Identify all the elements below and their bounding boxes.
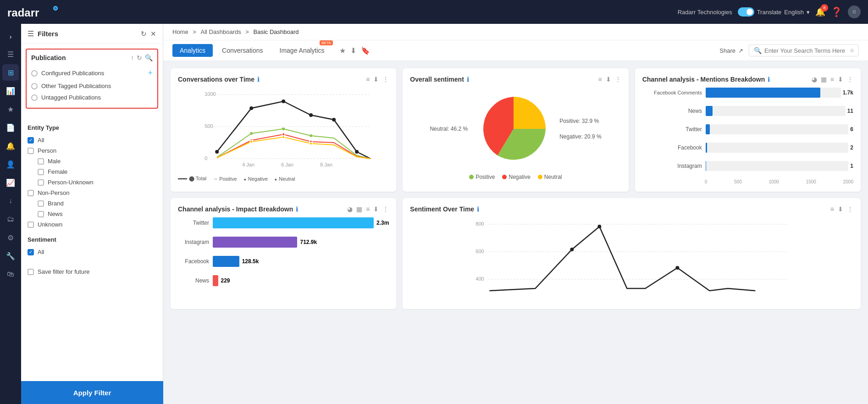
cm-instagram-bar-inner: 1 — [706, 161, 853, 171]
save-filter-label: Save filter for future — [38, 268, 89, 275]
sidebar-item-alert[interactable]: 🔔 — [2, 138, 19, 154]
sot-download-icon[interactable]: ⬇ — [838, 205, 843, 213]
cot-info-icon[interactable]: ℹ — [257, 76, 260, 83]
ci-pie-icon[interactable]: ◕ — [347, 205, 353, 213]
sidebar-item-docs[interactable]: 📄 — [2, 119, 19, 136]
sot-info-icon[interactable]: ℹ — [477, 205, 479, 213]
star-tab-icon[interactable]: ★ — [339, 46, 346, 55]
svg-point-21 — [250, 140, 253, 143]
search-input[interactable] — [764, 47, 847, 54]
cm-bar-row-news: News 11 — [642, 106, 853, 116]
cm-info-icon[interactable]: ℹ — [768, 76, 770, 83]
avatar-label: R — [852, 10, 856, 15]
filter-list-icon[interactable]: ≡ — [850, 47, 854, 54]
ci-more-icon[interactable]: ⋮ — [382, 205, 389, 213]
ci-title-row: Channel analysis - Impact Breakdown ℹ — [178, 205, 298, 213]
filter-close-icon[interactable]: ✕ — [150, 30, 156, 38]
search-bar[interactable]: 🔍 ≡ — [749, 44, 859, 56]
os-download-icon[interactable]: ⬇ — [606, 76, 611, 83]
notification-badge[interactable]: 🔔 8 — [815, 7, 825, 17]
sot-more-icon[interactable]: ⋮ — [847, 205, 853, 213]
ci-bar-icon[interactable]: ▦ — [356, 205, 362, 213]
radio-untagged[interactable] — [31, 94, 38, 101]
pub-refresh-icon[interactable]: ↻ — [137, 54, 142, 61]
share-icon: ↗ — [738, 47, 743, 54]
download-tab-icon[interactable]: ⬇ — [350, 46, 356, 55]
checkbox-male[interactable] — [38, 158, 44, 165]
os-list-icon[interactable]: ≡ — [598, 76, 602, 83]
pub-add-configured[interactable]: + — [148, 68, 153, 78]
cot-list-icon[interactable]: ≡ — [366, 76, 370, 83]
cm-more-icon[interactable]: ⋮ — [847, 76, 853, 83]
breadcrumb-all-dashboards[interactable]: All Dashboards — [201, 28, 241, 35]
checkbox-unknown[interactable] — [28, 221, 34, 228]
pub-up-icon[interactable]: ↑ — [131, 54, 134, 61]
checkbox-sentiment-all[interactable]: ✓ — [28, 249, 34, 255]
entity-person-unknown: Person-Unknown — [28, 177, 156, 188]
ci-info-icon[interactable]: ℹ — [296, 205, 298, 213]
breadcrumb-home[interactable]: Home — [172, 28, 188, 35]
checkbox-save-filter[interactable] — [28, 269, 34, 275]
checkbox-brand[interactable] — [38, 200, 44, 207]
checkbox-news[interactable] — [38, 211, 44, 217]
filter-panel: ☰ Filters ↻ ✕ Publication ↑ ↻ 🔍 — [21, 24, 163, 404]
filter-menu-icon: ☰ — [28, 29, 34, 38]
translate-switch[interactable] — [738, 7, 754, 17]
pub-search-icon[interactable]: 🔍 — [145, 54, 153, 61]
sot-list-icon[interactable]: ≡ — [830, 205, 834, 213]
topnav-right: Radarr Technologies Translate English ▾ … — [678, 6, 861, 18]
expand-sidebar-button[interactable]: › — [6, 29, 16, 44]
cm-download-icon[interactable]: ⬇ — [838, 76, 843, 83]
checkbox-person[interactable] — [28, 148, 34, 154]
ci-download-icon[interactable]: ⬇ — [373, 205, 379, 213]
tab-conversations[interactable]: Conversations — [215, 44, 271, 57]
apply-filter-button[interactable]: Apply Filter — [21, 381, 163, 404]
sidebar-item-settings2[interactable]: ⚙ — [2, 229, 19, 246]
sidebar-item-report[interactable]: 🗂 — [2, 211, 19, 227]
filter-refresh-icon[interactable]: ↻ — [141, 30, 147, 38]
checkbox-entity-all[interactable]: ✓ — [28, 137, 34, 144]
cot-more-icon[interactable]: ⋮ — [382, 76, 389, 83]
sidebar-item-gear[interactable]: 🔧 — [2, 248, 19, 264]
help-icon[interactable]: ❓ — [831, 6, 842, 17]
entity-unknown: Unknown — [28, 219, 156, 230]
sidebar-item-bag[interactable]: 🛍 — [2, 266, 19, 282]
checkbox-non-person[interactable] — [28, 190, 34, 196]
cm-facebook-bar-inner: 2 — [706, 143, 853, 153]
tab-image-analytics[interactable]: Image Analytics BETA — [272, 44, 332, 57]
sidebar-item-chart[interactable]: 📈 — [2, 174, 19, 191]
pub-item-other: Other Tagged Publications — [31, 80, 153, 92]
cot-header: Conversations over Time ℹ ≡ ⬇ ⋮ — [178, 76, 389, 83]
translate-toggle[interactable]: Translate English ▾ — [738, 7, 810, 17]
topnav: radarr Radarr Technologies Translate Eng… — [0, 0, 868, 24]
cot-download-icon[interactable]: ⬇ — [373, 76, 379, 83]
ci-list-icon[interactable]: ≡ — [366, 205, 370, 213]
cm-bar-icon[interactable]: ▦ — [821, 76, 827, 83]
tab-analytics[interactable]: Analytics — [172, 44, 213, 57]
ci-news-fill — [213, 275, 218, 286]
bookmark-tab-icon[interactable]: 🔖 — [361, 46, 370, 55]
cm-bar-row-twitter: Twitter 6 — [642, 124, 853, 134]
checkbox-person-unknown[interactable] — [38, 179, 44, 186]
cm-pie-icon[interactable]: ◕ — [812, 76, 817, 83]
checkbox-female[interactable] — [38, 169, 44, 175]
cm-list-icon[interactable]: ≡ — [830, 76, 834, 83]
sidebar-item-analytics[interactable]: 📊 — [2, 83, 19, 99]
sidebar-item-star[interactable]: ★ — [2, 101, 19, 117]
os-info-icon[interactable]: ℹ — [467, 76, 469, 83]
svg-text:400: 400 — [476, 276, 484, 282]
translate-label: Translate — [757, 9, 782, 16]
os-more-icon[interactable]: ⋮ — [615, 76, 621, 83]
avatar[interactable]: R — [848, 6, 861, 18]
entity-male-label: Male — [48, 158, 61, 165]
language-chevron[interactable]: ▾ — [807, 9, 810, 16]
sidebar-item-menu[interactable]: ☰ — [2, 46, 19, 62]
sidebar-item-download[interactable]: ↓ — [2, 193, 19, 209]
legend-negative-pie: Negative — [502, 174, 530, 180]
legend-total: ⬤ Total — [178, 176, 206, 182]
share-button[interactable]: Share ↗ — [719, 47, 743, 54]
radio-other[interactable] — [31, 83, 38, 89]
sidebar-item-dashboard[interactable]: ⊞ — [2, 64, 19, 81]
radio-configured[interactable] — [31, 70, 38, 77]
sidebar-item-person[interactable]: 👤 — [2, 156, 19, 172]
